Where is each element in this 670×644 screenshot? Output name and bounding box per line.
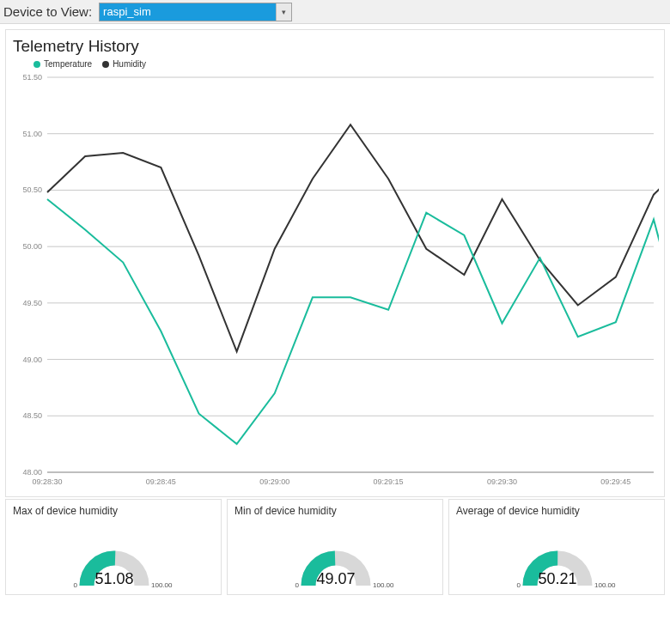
- gauge-chart: 51.080100.00: [50, 524, 179, 592]
- legend-label: Temperature: [44, 59, 92, 69]
- svg-text:50.21: 50.21: [538, 570, 576, 587]
- svg-text:50.50: 50.50: [22, 185, 42, 194]
- svg-text:51.50: 51.50: [22, 73, 42, 82]
- gauge-wrap: 51.080100.00: [13, 519, 216, 592]
- gauge-avg-humidity: Average of device humidity 50.210100.00: [448, 499, 665, 595]
- svg-text:51.08: 51.08: [94, 570, 133, 587]
- line-chart: 48.0048.5049.0049.5050.0050.5051.0051.50…: [13, 72, 659, 493]
- gauge-max-humidity: Max of device humidity 51.080100.00: [5, 499, 222, 595]
- gauge-wrap: 49.070100.00: [234, 519, 437, 592]
- chart-legend: Temperature Humidity: [13, 59, 659, 69]
- gauge-title: Average of device humidity: [456, 505, 659, 517]
- device-label: Device to View:: [3, 4, 92, 19]
- device-select-button[interactable]: ▾: [276, 3, 291, 21]
- top-bar: Device to View: raspi_sim ▾: [0, 0, 670, 24]
- svg-text:0: 0: [295, 581, 300, 589]
- gauge-title: Max of device humidity: [13, 505, 216, 517]
- telemetry-history-panel: Telemetry History Temperature Humidity 4…: [5, 29, 665, 497]
- gauge-chart: 49.070100.00: [271, 524, 400, 592]
- svg-text:09:29:15: 09:29:15: [374, 477, 404, 486]
- svg-text:49.50: 49.50: [22, 299, 42, 307]
- chart-area: 48.0048.5049.0049.5050.0050.5051.0051.50…: [13, 72, 659, 493]
- svg-text:49.07: 49.07: [316, 570, 355, 587]
- gauge-min-humidity: Min of device humidity 49.070100.00: [227, 499, 443, 595]
- svg-text:100.00: 100.00: [373, 581, 394, 589]
- device-select-value: raspi_sim: [103, 5, 151, 18]
- gauges-row: Max of device humidity 51.080100.00 Min …: [5, 499, 665, 595]
- svg-text:48.00: 48.00: [22, 468, 42, 477]
- chevron-down-icon: ▾: [282, 8, 286, 16]
- svg-text:09:28:45: 09:28:45: [146, 477, 176, 486]
- svg-text:51.00: 51.00: [22, 130, 42, 138]
- svg-text:0: 0: [517, 581, 521, 589]
- legend-dot-icon: [102, 61, 109, 68]
- svg-text:0: 0: [74, 581, 78, 589]
- legend-dot-icon: [34, 61, 40, 68]
- svg-text:09:29:30: 09:29:30: [487, 477, 517, 486]
- svg-text:100.00: 100.00: [594, 581, 616, 589]
- svg-text:50.00: 50.00: [22, 242, 42, 251]
- svg-text:49.00: 49.00: [22, 355, 42, 364]
- legend-label: Humidity: [113, 59, 146, 69]
- svg-text:09:29:00: 09:29:00: [259, 477, 289, 486]
- svg-text:09:28:30: 09:28:30: [32, 477, 62, 486]
- gauge-wrap: 50.210100.00: [456, 519, 659, 592]
- legend-item-temperature: Temperature: [34, 59, 92, 69]
- legend-item-humidity: Humidity: [102, 59, 146, 69]
- gauge-chart: 50.210100.00: [493, 524, 622, 592]
- svg-text:100.00: 100.00: [151, 581, 173, 589]
- device-select[interactable]: raspi_sim ▾: [99, 3, 292, 21]
- svg-text:48.50: 48.50: [22, 411, 42, 420]
- chart-title: Telemetry History: [13, 37, 659, 56]
- gauge-title: Min of device humidity: [234, 505, 437, 517]
- svg-text:09:29:45: 09:29:45: [600, 477, 630, 486]
